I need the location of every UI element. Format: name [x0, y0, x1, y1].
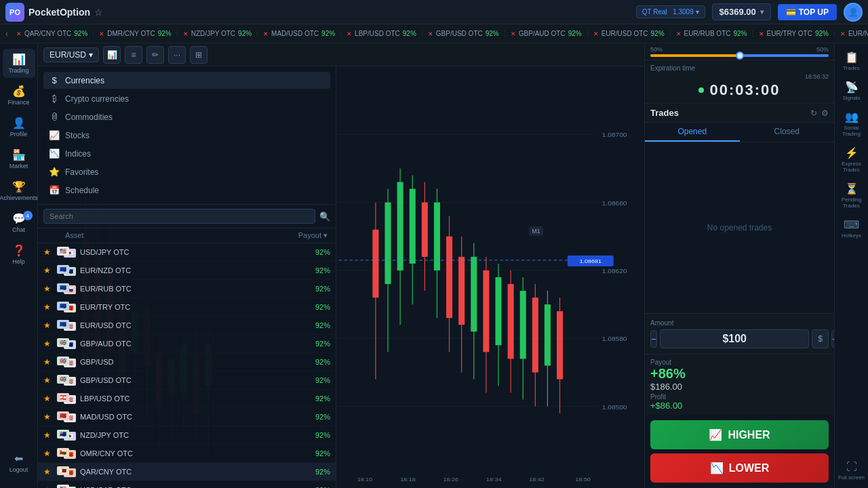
- ticker-close-icon[interactable]: ✕: [840, 30, 846, 37]
- asset-row[interactable]: ★ 🇺🇸 🇯🇵 USD/JPY OTC 92%: [38, 243, 336, 262]
- asset-row[interactable]: ★ 🇬🇧 🇺🇸 GBP/USD OTC 92%: [38, 371, 336, 390]
- star-icon[interactable]: ★: [43, 339, 53, 348]
- rs-item-signals[interactable]: 📡 Signals: [836, 77, 867, 104]
- star-icon[interactable]: ★: [43, 449, 53, 458]
- pair-selector[interactable]: EUR/USD ▾: [43, 47, 99, 62]
- rs-item-trades[interactable]: 📋 Trades: [836, 47, 867, 75]
- flag-icon: 🇪🇺 🇹🇷: [57, 302, 76, 312]
- asset-row[interactable]: ★ 🇬🇧 🇺🇸 GBP/USD 92%: [38, 353, 336, 371]
- ticker-item[interactable]: ✕ EUR/RUB OTC 92%: [671, 30, 753, 37]
- balance-display[interactable]: $6369.00 ▾: [712, 3, 771, 20]
- svg-text:1.08500: 1.08500: [602, 403, 627, 410]
- payout-slider[interactable]: [650, 54, 829, 57]
- trades-settings-icon[interactable]: ⚙: [821, 108, 829, 118]
- higher-arrow-icon: 📈: [709, 428, 722, 441]
- ticker-close-icon[interactable]: ✕: [759, 30, 764, 37]
- ticker-left-arrow[interactable]: ‹: [3, 29, 11, 39]
- ticker-close-icon[interactable]: ✕: [263, 30, 269, 37]
- rs-item-pending[interactable]: ⏳ Pending Trades: [836, 179, 867, 212]
- asset-row[interactable]: ★ 🇱🇧 🇺🇸 LBP/USD OTC 92%: [38, 390, 336, 408]
- chart-grid-btn[interactable]: ⊞: [190, 46, 208, 64]
- user-avatar[interactable]: 👤: [844, 3, 863, 22]
- category-indices[interactable]: 📉 Indices: [43, 145, 330, 162]
- ticker-close-icon[interactable]: ✕: [16, 30, 22, 37]
- ticker-close-icon[interactable]: ✕: [183, 30, 189, 37]
- search-icon[interactable]: 🔍: [319, 211, 330, 222]
- asset-row[interactable]: ★ 🇪🇺 🇷🇺 EUR/RUB OTC 92%: [38, 280, 336, 298]
- sidebar-item-chat[interactable]: 💬 Chat 4: [3, 208, 35, 237]
- asset-row[interactable]: ★ 🇳🇿 🇯🇵 NZD/JPY OTC 92%: [38, 426, 336, 445]
- ticker-item[interactable]: ✕ GBP/AUD OTC 92%: [505, 30, 588, 37]
- sidebar-item-help[interactable]: ❓ Help: [3, 240, 35, 269]
- ticker-close-icon[interactable]: ✕: [428, 30, 433, 37]
- ticker-item[interactable]: ✕ NZD/JPY OTC 92%: [178, 30, 258, 37]
- sidebar-item-trading[interactable]: 📊 Trading: [3, 49, 35, 78]
- ticker-item[interactable]: ✕ MAD/USD OTC 92%: [258, 30, 341, 37]
- ticker-close-icon[interactable]: ✕: [593, 30, 599, 37]
- category-stocks[interactable]: 📈 Stocks: [43, 127, 330, 144]
- rs-item-express[interactable]: ⚡ Express Trades: [836, 143, 867, 176]
- ticker-item[interactable]: ✕ LBP/USD OTC 92%: [341, 30, 422, 37]
- category-currencies[interactable]: $ Currencies: [43, 72, 330, 89]
- ticker-close-icon[interactable]: ✕: [511, 30, 516, 37]
- ticker-close-icon[interactable]: ✕: [347, 30, 352, 37]
- tab-opened[interactable]: Opened: [645, 123, 740, 142]
- star-icon[interactable]: ★: [43, 412, 53, 422]
- sidebar-item-market[interactable]: 🏪 Market: [3, 144, 35, 174]
- asset-row[interactable]: ☆ 🇺🇸 🇨🇦 USD/CAD OTC 92%: [38, 481, 336, 488]
- star-icon[interactable]: ★: [43, 467, 53, 476]
- asset-row[interactable]: ★ 🇪🇺 🇳🇿 EUR/NZD OTC 92%: [38, 262, 336, 280]
- asset-row[interactable]: ★ 🇪🇺 🇹🇷 EUR/TRY OTC 92%: [38, 298, 336, 317]
- chart-more-btn[interactable]: ···: [168, 46, 186, 64]
- topup-button[interactable]: 💳 TOP UP: [778, 4, 837, 20]
- slider-thumb[interactable]: [736, 52, 744, 60]
- ticker-close-icon[interactable]: ✕: [676, 30, 682, 37]
- ticker-close-icon[interactable]: ✕: [99, 30, 104, 37]
- sidebar-item-logout[interactable]: ⬅ Logout: [3, 448, 35, 477]
- amount-decrease-btn[interactable]: −: [650, 330, 657, 348]
- rs-item-social[interactable]: 👥 Social Trading: [836, 107, 867, 140]
- asset-row[interactable]: ★ 🇲🇦 🇺🇸 MAD/USD OTC 92%: [38, 408, 336, 426]
- ticker-item[interactable]: ✕ EUR/USD OTC 92%: [588, 30, 671, 37]
- sidebar-item-profile[interactable]: 👤 Profile: [3, 113, 35, 142]
- star-icon[interactable]: ★: [43, 321, 53, 330]
- category-schedule[interactable]: 📅 Schedule: [43, 182, 330, 199]
- rs-item-fullscreen[interactable]: ⛶ Full screen: [836, 458, 867, 484]
- star-icon[interactable]: ★: [43, 266, 53, 275]
- asset-row[interactable]: ★ 🇴🇲 🇨🇳 OMR/CNY OTC 92%: [38, 445, 336, 463]
- favorite-star-icon[interactable]: ☆: [94, 7, 103, 18]
- rs-item-hotkeys[interactable]: ⌨ Hotkeys: [836, 215, 867, 242]
- ticker-item[interactable]: ✕ EUR/NZD OTC 92%: [835, 30, 868, 37]
- chart-type-candle-btn[interactable]: 📊: [103, 46, 121, 64]
- account-type-badge[interactable]: QT Real 1.3009 ▾: [636, 5, 705, 18]
- star-icon[interactable]: ★: [43, 357, 53, 367]
- search-input[interactable]: [43, 209, 315, 224]
- chart-draw-btn[interactable]: ✏: [146, 46, 164, 64]
- ticker-item[interactable]: ✕ QAR/CNY OTC 92%: [11, 30, 94, 37]
- asset-row[interactable]: ★ 🇬🇧 🇦🇺 GBP/AUD OTC 92%: [38, 335, 336, 353]
- sidebar-item-finance[interactable]: 💰 Finance: [3, 81, 35, 110]
- chart-type-bar-btn[interactable]: ≡: [125, 46, 142, 64]
- slider-left-label: 50%: [650, 46, 663, 53]
- refresh-icon[interactable]: ↻: [810, 108, 817, 118]
- ticker-item[interactable]: ✕ EUR/TRY OTC 92%: [753, 30, 835, 37]
- category-crypto[interactable]: ₿ Crypto currencies: [43, 90, 330, 107]
- lower-button[interactable]: 📉 LOWER: [650, 453, 829, 483]
- category-commodities[interactable]: 🛢 Commodities: [43, 108, 330, 125]
- star-icon[interactable]: ★: [43, 302, 53, 312]
- sidebar-item-achievements[interactable]: 🏆 Achievements: [3, 176, 35, 205]
- star-icon[interactable]: ★: [43, 375, 53, 385]
- category-favorites[interactable]: ⭐ Favorites: [43, 163, 330, 180]
- ticker-item[interactable]: ✕ GBP/USD OTC 92%: [422, 30, 505, 37]
- star-icon[interactable]: ★: [43, 284, 53, 293]
- star-icon[interactable]: ★: [43, 247, 53, 257]
- asset-row[interactable]: ★ 🇪🇺 🇺🇸 EUR/USD OTC 92%: [38, 317, 336, 335]
- asset-row[interactable]: ★ 🇶🇦 🇨🇳 QAR/CNY OTC 92%: [38, 463, 336, 481]
- ticker-item[interactable]: ✕ DMR/CNY OTC 92%: [94, 30, 177, 37]
- higher-button[interactable]: 📈 HIGHER: [650, 420, 829, 449]
- tab-closed[interactable]: Closed: [740, 123, 835, 142]
- star-icon[interactable]: ★: [43, 394, 53, 403]
- star-icon[interactable]: ☆: [43, 485, 53, 488]
- star-icon[interactable]: ★: [43, 430, 53, 440]
- amount-input[interactable]: [660, 329, 809, 348]
